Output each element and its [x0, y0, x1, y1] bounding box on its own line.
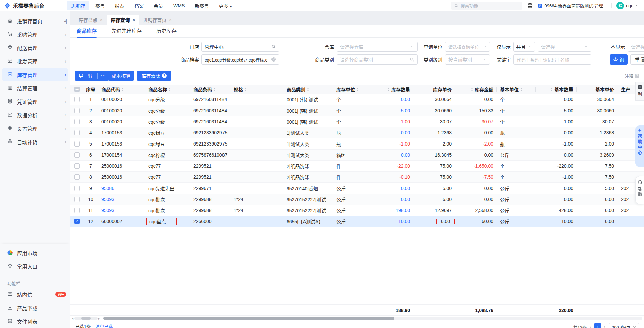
select-all-checkbox[interactable]: — [74, 87, 80, 92]
row-checkbox[interactable] [74, 186, 80, 191]
sort-icon[interactable] [470, 88, 473, 91]
sidebar-item-批发管理[interactable]: 批发管理› [0, 54, 70, 68]
subtab-商品库存[interactable]: 商品库存 [77, 25, 97, 38]
collapse-sidebar-icon[interactable]: «| [64, 18, 66, 24]
row-checkbox[interactable] [74, 174, 80, 180]
sidebar-item-结算管理[interactable]: 结算管理› [0, 81, 70, 95]
product-code-link[interactable]: 95086 [101, 186, 114, 191]
sort-icon[interactable] [244, 88, 247, 91]
goods-archive-input[interactable]: cqc1,cqc分级,cqc绿豆,cqc柠檬,c [201, 54, 279, 65]
column-header-amount[interactable]: 库存金额 [455, 85, 497, 94]
table-row[interactable]: 100100020cqc分级69721603114840001| (韩) 测试个… [70, 94, 644, 105]
column-header-qty[interactable]: 库存数量 [374, 85, 413, 94]
close-icon[interactable]: × [100, 17, 103, 23]
sidebar-item-常用入口[interactable]: 常用入口 [0, 259, 70, 273]
user-menu[interactable]: C cqc [616, 2, 639, 9]
help-center-widget[interactable]: 帮助中心 [635, 125, 644, 167]
row-checkbox[interactable] [74, 97, 80, 102]
nav-item-新零售[interactable]: 新零售 [191, 1, 213, 10]
row-checkbox[interactable] [74, 130, 80, 135]
scroll-right-icon[interactable]: ▸ [98, 317, 100, 320]
sidebar-item-设置管理[interactable]: 设置管理› [0, 122, 70, 135]
sort-icon[interactable] [387, 88, 390, 91]
customer-service-widget[interactable]: 客服 [635, 176, 644, 204]
query-unit-select[interactable]: 请选择查询单位 [445, 42, 490, 52]
mini-scroll-thumb[interactable] [81, 317, 91, 320]
only-show-operator-select[interactable]: 并且 [513, 42, 535, 52]
next-page-icon[interactable]: › [604, 325, 605, 328]
sidebar-item-采购管理[interactable]: 采购管理› [0, 28, 70, 41]
sidebar-item-凭证管理[interactable]: 凭证管理› [0, 95, 70, 108]
column-header-code[interactable]: 商品代码 [98, 85, 145, 94]
sort-icon[interactable] [356, 88, 359, 91]
inventory-clear-button[interactable]: 库存清除 ? [137, 71, 171, 81]
row-checkbox[interactable] [74, 141, 80, 147]
reset-button[interactable]: 重 置 [630, 54, 644, 65]
column-header-category[interactable]: 商品类别 [283, 85, 333, 94]
column-header-base_qty[interactable]: 基本数量 [536, 85, 577, 94]
column-header-name[interactable]: 商品名称 [145, 85, 190, 94]
scroll-left-icon[interactable]: ◂ [72, 317, 73, 320]
column-header-base_price[interactable]: 基本单价 [577, 85, 617, 94]
cost-accounting-button[interactable]: 成本核算 [108, 71, 134, 81]
nav-item-报表[interactable]: 报表 [111, 1, 128, 10]
clear-icon[interactable] [271, 57, 276, 62]
column-header-base_unit[interactable]: 基本单位 [497, 85, 536, 94]
table-row[interactable]: 1095093cqc批次22996881*2495270152227|测试公斤0… [70, 194, 644, 205]
sort-icon[interactable] [307, 88, 309, 91]
close-icon[interactable]: × [169, 17, 172, 23]
current-page-button[interactable]: 1 [594, 323, 601, 328]
table-row[interactable]: 300100020cqc分级69721603114840001| (韩) 测试个… [70, 116, 644, 127]
tenant-switcher[interactable]: 99664-新界面商超版测试-管理... [538, 2, 607, 9]
hide-select[interactable]: 请选择 [628, 42, 644, 52]
printer-icon[interactable] [527, 3, 533, 9]
export-more-button[interactable]: ⋯ [98, 71, 109, 81]
row-checkbox[interactable] [74, 119, 80, 124]
global-search-input[interactable]: 搜索功能 [451, 2, 522, 10]
prev-page-icon[interactable]: ‹ [590, 325, 591, 328]
tab-库存盘点[interactable]: 库存盘点× [75, 15, 107, 25]
table-row[interactable]: 1195093cqc批次22996881*2495270152227|测试公斤1… [70, 205, 644, 216]
mini-scroll-track[interactable] [74, 317, 98, 320]
nav-item-WMS[interactable]: WMS [169, 2, 189, 10]
column-settings-tab[interactable]: 列 [635, 82, 644, 101]
app-logo[interactable]: 乐檬零售后台 [4, 2, 67, 9]
sort-icon[interactable] [213, 88, 216, 91]
row-checkbox[interactable] [74, 163, 80, 169]
warehouse-select[interactable]: 请选择仓库 [337, 42, 418, 52]
column-header-seq[interactable]: 序号 [83, 85, 98, 94]
sidebar-item-进销存首页[interactable]: 进销存首页«| [0, 14, 70, 28]
keyword-input[interactable]: 代码｜条码｜速记码｜名称 [513, 54, 591, 65]
row-checkbox[interactable] [74, 208, 80, 213]
export-button[interactable]: 导 出 [75, 71, 97, 81]
sort-icon[interactable] [550, 88, 553, 91]
table-row[interactable]: 995086cqc先进先出229967195270140|香烟公斤0.005.0… [70, 183, 644, 194]
table-row[interactable]: 517000153cqc绿豆69212339029751|测试大类瓶-1.002… [70, 138, 644, 150]
nav-item-档案[interactable]: 档案 [130, 1, 148, 10]
sidebar-item-配送管理[interactable]: 配送管理› [0, 41, 70, 54]
sidebar-item-自动补货[interactable]: 自动补货› [0, 135, 70, 149]
sidebar-item-库存管理[interactable]: 库存管理› [2, 68, 68, 81]
table-row[interactable]: 417000153cqc绿豆69212339029751|测试大类瓶0.001.… [70, 127, 644, 138]
row-checkbox[interactable] [74, 152, 80, 158]
sidebar-item-站内信[interactable]: 站内信99+ [0, 288, 70, 301]
sidebar-item-应用市场[interactable]: 应用市场 [0, 246, 70, 259]
product-code-link[interactable]: 95093 [101, 197, 114, 202]
subtab-先进先出库存[interactable]: 先进先出库存 [111, 25, 142, 38]
nav-item-进销存[interactable]: 进销存 [67, 1, 89, 10]
nav-item-零售[interactable]: 零售 [91, 1, 109, 10]
product-code-link[interactable]: 95093 [101, 208, 114, 213]
sort-icon[interactable] [520, 88, 523, 91]
table-row[interactable]: 725000016cqc7722995212|纸品洗涤件-22.0075.00-… [70, 161, 644, 172]
table-row[interactable]: 200100020cqc分级69721603114840001| (韩) 测试个… [70, 105, 644, 116]
column-header-price[interactable]: 库存单价 [413, 85, 455, 94]
row-checkbox[interactable]: ✓ [74, 219, 80, 224]
clear-selection-link[interactable]: 清空已选 [95, 323, 113, 328]
row-checkbox[interactable] [74, 197, 80, 202]
tab-库存查询[interactable]: 库存查询× [107, 15, 139, 25]
row-checkbox[interactable] [74, 108, 80, 113]
sidebar-item-文件列表[interactable]: 文件列表 [0, 315, 70, 328]
tab-进销存首页[interactable]: 进销存首页× [139, 15, 176, 25]
search-button[interactable]: 查 询 [610, 54, 628, 65]
close-icon[interactable]: × [133, 17, 135, 23]
